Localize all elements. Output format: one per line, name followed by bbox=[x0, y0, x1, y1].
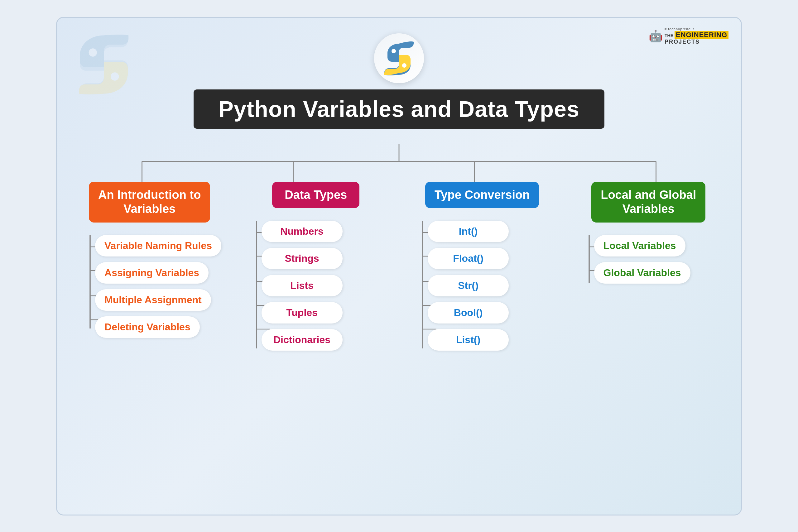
cat-localsglobals-header: Local and GlobalVariables bbox=[591, 182, 705, 223]
tree-container: An Introduction toVariables Variable Nam… bbox=[66, 144, 732, 357]
tc-item-bool: Bool() bbox=[428, 302, 509, 323]
intro-item-multiple: Multiple Assignment bbox=[95, 289, 211, 311]
intro-sub-items: Variable Naming Rules Assigning Variable… bbox=[76, 235, 223, 343]
python-logo bbox=[382, 41, 416, 75]
python-logo-circle bbox=[374, 33, 424, 83]
brand-projects: PROJECTS bbox=[665, 39, 728, 45]
intro-item-deleting: Deleting Variables bbox=[95, 316, 200, 338]
dt-item-3-row: Lists bbox=[243, 275, 389, 297]
main-title-box: Python Variables and Data Types bbox=[194, 90, 604, 129]
typeconv-sub-items: Int() Float() Str() Bool() bbox=[409, 221, 555, 356]
datatypes-sub-items: Numbers Strings Lists Tuples bbox=[243, 221, 389, 356]
columns-row: An Introduction toVariables Variable Nam… bbox=[66, 144, 732, 357]
intro-item-3-row: Multiple Assignment bbox=[76, 289, 223, 311]
dt-item-1-row: Numbers bbox=[243, 221, 389, 242]
tc-item-2-row: Float() bbox=[409, 248, 555, 269]
intro-item-1-row: Variable Naming Rules bbox=[76, 235, 223, 256]
dt-item-tuples: Tuples bbox=[262, 302, 343, 323]
robot-icon: 🤖 bbox=[649, 30, 663, 43]
tc-item-4-row: Bool() bbox=[409, 302, 555, 323]
main-card: 🤖 # technopreneur THE ENGINEERING PROJEC… bbox=[56, 17, 742, 515]
lg-item-global: Global Variables bbox=[594, 262, 690, 284]
localsglobals-sub-items: Local Variables Global Variables bbox=[575, 235, 722, 289]
intro-item-2-row: Assigning Variables bbox=[76, 262, 223, 284]
column-intro: An Introduction toVariables Variable Nam… bbox=[76, 182, 223, 343]
column-typeconv: Type Conversion Int() bbox=[409, 182, 555, 357]
tc-item-1-row: Int() bbox=[409, 221, 555, 242]
svg-point-3 bbox=[402, 63, 406, 68]
lg-item-2-row: Global Variables bbox=[575, 262, 722, 284]
column-localsglobals: Local and GlobalVariables Local Variable… bbox=[575, 182, 722, 289]
tc-item-str: Str() bbox=[428, 275, 509, 297]
lg-item-local: Local Variables bbox=[594, 235, 685, 256]
page-title: Python Variables and Data Types bbox=[218, 96, 580, 122]
dt-item-5-row: Dictionaries bbox=[243, 329, 389, 350]
tc-item-3-row: Str() bbox=[409, 275, 555, 297]
svg-point-2 bbox=[392, 49, 396, 53]
brand-the: THE bbox=[665, 33, 673, 38]
tc-item-list: List() bbox=[428, 329, 509, 350]
intro-item-4-row: Deleting Variables bbox=[76, 316, 223, 338]
cat-datatypes-header: Data Types bbox=[272, 182, 359, 209]
dt-item-lists: Lists bbox=[262, 275, 343, 297]
intro-item-naming-rules: Variable Naming Rules bbox=[95, 235, 221, 256]
lg-item-1-row: Local Variables bbox=[575, 235, 722, 256]
dt-item-numbers: Numbers bbox=[262, 221, 343, 242]
tc-item-int: Int() bbox=[428, 221, 509, 242]
cat-intro-header: An Introduction toVariables bbox=[89, 182, 210, 223]
column-datatypes: Data Types Numbers bbox=[243, 182, 389, 357]
tc-item-5-row: List() bbox=[409, 329, 555, 350]
dt-item-2-row: Strings bbox=[243, 248, 389, 269]
intro-item-assigning: Assigning Variables bbox=[95, 262, 209, 284]
cat-typeconv-header: Type Conversion bbox=[425, 182, 539, 209]
brand-text: # technopreneur THE ENGINEERING PROJECTS bbox=[665, 27, 728, 45]
dt-item-4-row: Tuples bbox=[243, 302, 389, 323]
header-area: Python Variables and Data Types bbox=[66, 27, 732, 129]
tc-item-float: Float() bbox=[428, 248, 509, 269]
brand-logo: 🤖 # technopreneur THE ENGINEERING PROJEC… bbox=[649, 27, 728, 45]
dt-item-dicts: Dictionaries bbox=[262, 329, 343, 350]
brand-hashtag: # technopreneur bbox=[665, 27, 728, 31]
dt-item-strings: Strings bbox=[262, 248, 343, 269]
brand-engineering: ENGINEERING bbox=[674, 31, 728, 39]
